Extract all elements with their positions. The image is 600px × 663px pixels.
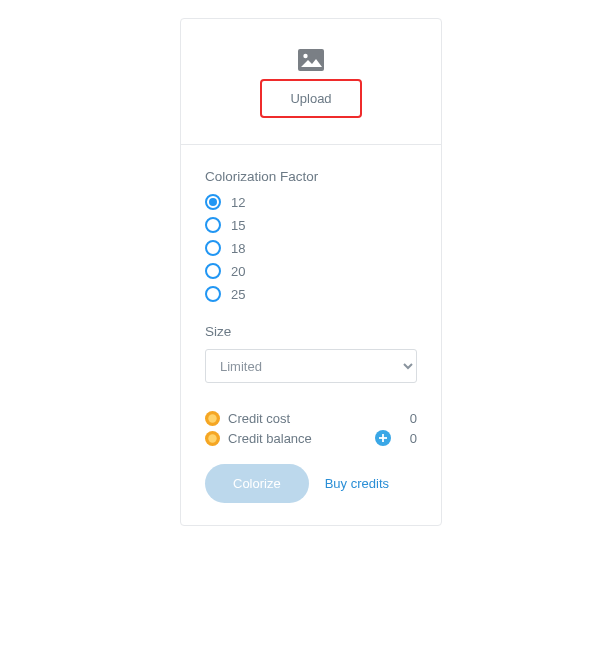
colorization-radio-group: 12 15 18 20 25: [205, 194, 417, 302]
actions-row: Colorize Buy credits: [205, 464, 417, 503]
radio-label: 12: [231, 195, 245, 210]
radio-label: 20: [231, 264, 245, 279]
radio-icon: [205, 194, 221, 210]
credit-cost-row: Credit cost 0: [205, 411, 417, 426]
credit-cost-value: 0: [397, 411, 417, 426]
credit-balance-value: 0: [397, 431, 417, 446]
radio-label: 18: [231, 241, 245, 256]
credit-cost-label: Credit cost: [228, 411, 397, 426]
upload-button[interactable]: Upload: [260, 79, 361, 118]
size-select[interactable]: Limited: [205, 349, 417, 383]
upload-label: Upload: [290, 91, 331, 106]
radio-icon: [205, 217, 221, 233]
settings-card: Upload Colorization Factor 12 15 18 20: [180, 18, 442, 526]
radio-label: 15: [231, 218, 245, 233]
radio-label: 25: [231, 287, 245, 302]
plus-icon[interactable]: [375, 430, 391, 446]
size-label: Size: [205, 324, 417, 339]
colorize-button[interactable]: Colorize: [205, 464, 309, 503]
radio-option-25[interactable]: 25: [205, 286, 417, 302]
image-icon: [298, 49, 324, 71]
coin-icon: [205, 431, 220, 446]
radio-option-18[interactable]: 18: [205, 240, 417, 256]
radio-option-12[interactable]: 12: [205, 194, 417, 210]
upload-section: Upload: [181, 19, 441, 145]
radio-option-20[interactable]: 20: [205, 263, 417, 279]
radio-icon: [205, 286, 221, 302]
svg-point-5: [208, 434, 216, 442]
radio-icon: [205, 240, 221, 256]
colorization-label: Colorization Factor: [205, 169, 417, 184]
svg-point-1: [303, 54, 307, 58]
svg-rect-0: [298, 49, 324, 71]
svg-rect-8: [379, 437, 387, 439]
radio-option-15[interactable]: 15: [205, 217, 417, 233]
coin-icon: [205, 411, 220, 426]
credit-balance-label: Credit balance: [228, 431, 375, 446]
credit-balance-row: Credit balance 0: [205, 430, 417, 446]
radio-icon: [205, 263, 221, 279]
svg-point-3: [208, 414, 216, 422]
buy-credits-link[interactable]: Buy credits: [325, 476, 389, 491]
settings-section: Colorization Factor 12 15 18 20 25: [181, 145, 441, 525]
